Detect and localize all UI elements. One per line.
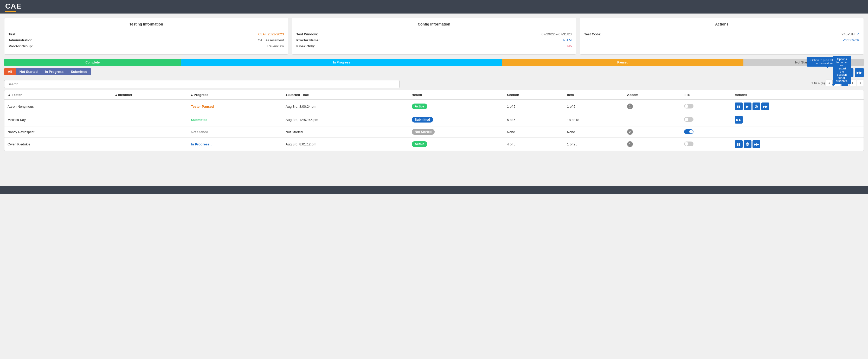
app-header: CAE <box>0 0 868 13</box>
tester-identifier <box>112 126 188 138</box>
main-content: Testing Information Test: CLA+ 2022-2023… <box>0 13 868 186</box>
tester-section: None <box>504 126 564 138</box>
tester-progress: Tester Paused <box>188 100 282 113</box>
row-pause-button[interactable]: ▮▮ <box>735 140 743 148</box>
tester-health: Active <box>409 100 504 113</box>
window-value: 07/29/22 – 07/31/23 <box>541 32 572 36</box>
tester-accom: 1 <box>624 100 681 113</box>
tester-started-time: Aug 3rd, 8:01:12 pm <box>282 138 409 151</box>
col-actions: Actions <box>732 90 864 100</box>
col-progress: ▴ Progress <box>188 90 282 100</box>
tester-tts[interactable] <box>681 100 732 113</box>
proctor-value: ✎ J M <box>562 38 572 42</box>
test-value: CLA+ 2022-2023 <box>258 32 284 36</box>
col-tester: ▲ Tester <box>4 90 112 100</box>
print-cards-label[interactable]: Print Cards <box>842 38 860 42</box>
tester-item: None <box>564 126 624 138</box>
tester-actions: ▶▶ Option to un-submit a student's sessi… <box>732 113 864 126</box>
session-skip-button[interactable]: ▶▶ <box>855 68 864 77</box>
testing-info-title: Testing Information <box>8 22 284 29</box>
test-label: Test: <box>8 32 17 36</box>
tester-started-time: Aug 3rd, 8:00:24 pm <box>282 100 409 113</box>
filter-in-progress-button[interactable]: In Progress <box>41 68 67 75</box>
test-code-value: Y45PUH ↗ <box>841 32 860 36</box>
bottom-bar <box>0 186 868 194</box>
config-info-title: Config Information <box>296 22 571 29</box>
accom-badge: 2 <box>627 129 633 135</box>
expand-icon[interactable]: ↗ <box>857 32 860 36</box>
proctor-label: Proctor Name: <box>296 38 320 42</box>
row-pause-button[interactable]: ▮▮ <box>735 102 743 110</box>
print-cards-row[interactable]: ☷ Print Cards <box>584 38 860 42</box>
filter-controls-row: All Not Started In Progress Submitted Op… <box>4 68 864 77</box>
row-power-button[interactable]: ⏻ <box>744 140 751 148</box>
col-section: Section <box>504 90 564 100</box>
admin-label: Administration: <box>8 38 34 42</box>
row-play-button[interactable]: ▶ <box>744 102 751 110</box>
search-input[interactable] <box>4 80 400 88</box>
info-panels: Testing Information Test: CLA+ 2022-2023… <box>4 18 864 55</box>
pagination-range: 1 to 4 (4) <box>811 81 825 85</box>
col-started-time: ▴ Started Time <box>282 90 409 100</box>
tester-health: Active <box>409 138 504 151</box>
col-identifier: ▴ Identifier <box>112 90 188 100</box>
col-health: Health <box>409 90 504 100</box>
filter-not-started-button[interactable]: Not Started <box>16 68 41 75</box>
health-badge-active: Active <box>412 141 427 147</box>
tester-identifier <box>112 138 188 151</box>
accom-badge: 1 <box>627 141 633 147</box>
tester-tts[interactable] <box>681 113 732 126</box>
health-badge-active: Active <box>412 103 427 109</box>
session-controls-wrapper: Options to pause and restart the session… <box>834 68 864 77</box>
table-row: Owen Kiedokie In Progress... Aug 3rd, 8:… <box>4 138 864 151</box>
bar-paused: Paused <box>502 59 743 66</box>
row-skip-button[interactable]: ▶▶ <box>752 140 760 148</box>
config-info-panel: Config Information Test Window: 07/29/22… <box>292 18 576 55</box>
filter-buttons: All Not Started In Progress Submitted <box>4 68 91 75</box>
tester-name: Melissa Kay <box>4 113 112 126</box>
tester-identifier <box>112 100 188 113</box>
tester-progress: Not Started <box>188 126 282 138</box>
tts-toggle[interactable] <box>684 104 693 109</box>
tester-tts[interactable] <box>681 138 732 151</box>
tester-actions <box>732 126 864 138</box>
tts-toggle[interactable] <box>684 117 693 122</box>
actions-title: Actions <box>584 22 860 29</box>
progress-section: Option to push all students to the next … <box>4 59 864 77</box>
row-skip-button[interactable]: ▶▶ <box>735 116 743 124</box>
test-code-row: Test Code: Y45PUH ↗ <box>584 32 860 36</box>
tester-tts[interactable] <box>681 126 732 138</box>
tester-progress: Submitted <box>188 113 282 126</box>
proctor-group-label: Proctor Group: <box>8 44 33 48</box>
table-header-row: ▲ Tester ▴ Identifier ▴ Progress ▴ Start… <box>4 90 864 100</box>
filter-all-button[interactable]: All <box>4 68 16 75</box>
test-row: Test: CLA+ 2022-2023 <box>8 32 284 36</box>
first-page-button[interactable]: « <box>826 80 833 86</box>
students-table-container: ▲ Tester ▴ Identifier ▴ Progress ▴ Start… <box>4 90 864 151</box>
tts-toggle[interactable] <box>684 142 693 146</box>
last-page-button[interactable]: » <box>857 80 864 86</box>
tts-toggle[interactable] <box>684 129 693 134</box>
print-cards-icon: ☷ <box>584 38 587 42</box>
tester-accom: 2 <box>624 126 681 138</box>
tester-section: 4 of 5 <box>504 138 564 151</box>
kiosk-label: Kiosk Only: <box>296 44 315 48</box>
filter-submitted-button[interactable]: Submitted <box>67 68 91 75</box>
admin-value: CAE Assessment <box>258 38 284 42</box>
bar-complete: Complete <box>4 59 181 66</box>
health-badge-submitted: Submitted <box>412 117 433 122</box>
tester-item: 18 of 18 <box>564 113 624 126</box>
search-pagination-row: 1 to 4 (4) « ‹ 1 › » <box>4 80 864 88</box>
admin-row: Administration: CAE Assessment <box>8 38 284 42</box>
kiosk-row: Kiosk Only: No <box>296 44 571 48</box>
col-accom: Accom <box>624 90 681 100</box>
proctor-group-row: Proctor Group: Ravenclaw <box>8 44 284 48</box>
tester-section: 5 of 5 <box>504 113 564 126</box>
row-skip-button[interactable]: ▶▶ <box>762 102 769 110</box>
tester-actions: ▮▮ ▶ ⏻ ▶▶ <box>732 100 864 113</box>
tester-identifier <box>112 113 188 126</box>
accom-badge: 1 <box>627 103 633 109</box>
table-row: Melissa Kay Submitted Aug 3rd, 12:57:45 … <box>4 113 864 126</box>
proctor-edit-icon[interactable]: ✎ <box>562 38 565 42</box>
row-power-button[interactable]: ⏻ <box>752 102 760 110</box>
